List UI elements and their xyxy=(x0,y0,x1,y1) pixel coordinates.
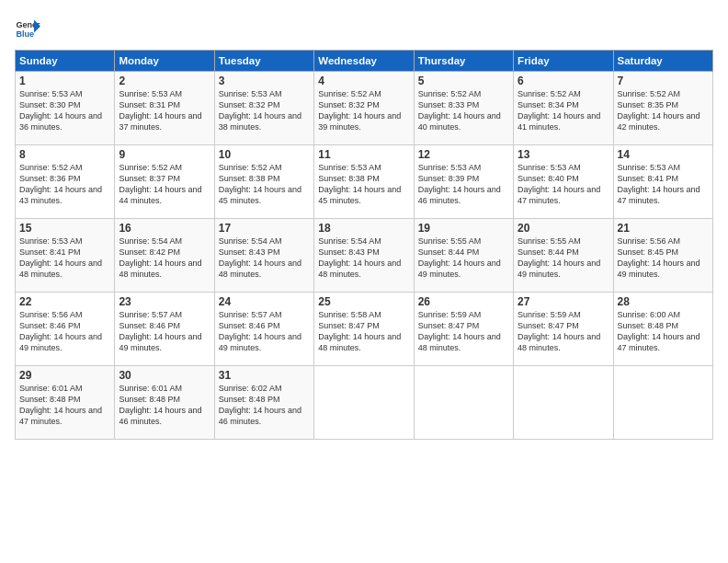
day-number: 23 xyxy=(119,295,210,308)
day-detail: Sunrise: 5:59 AMSunset: 8:47 PMDaylight:… xyxy=(418,309,509,354)
calendar-cell: 23 Sunrise: 5:57 AMSunset: 8:46 PMDaylig… xyxy=(115,293,214,366)
day-number: 6 xyxy=(518,75,609,87)
calendar-cell: 28 Sunrise: 6:00 AMSunset: 8:48 PMDaylig… xyxy=(613,293,712,366)
day-number: 25 xyxy=(318,295,409,308)
calendar-cell xyxy=(314,366,414,440)
weekday-header-wednesday: Wednesday xyxy=(314,51,414,72)
calendar-table: SundayMondayTuesdayWednesdayThursdayFrid… xyxy=(15,50,713,440)
calendar-cell: 18 Sunrise: 5:54 AMSunset: 8:43 PMDaylig… xyxy=(314,219,414,293)
day-detail: Sunrise: 5:53 AMSunset: 8:41 PMDaylight:… xyxy=(19,236,110,281)
day-number: 9 xyxy=(119,148,210,161)
calendar-cell: 9 Sunrise: 5:52 AMSunset: 8:37 PMDayligh… xyxy=(115,145,214,219)
day-number: 20 xyxy=(518,222,609,235)
day-number: 1 xyxy=(19,75,110,87)
day-number: 27 xyxy=(518,295,609,308)
calendar-cell: 17 Sunrise: 5:54 AMSunset: 8:43 PMDaylig… xyxy=(214,219,313,293)
weekday-header-friday: Friday xyxy=(514,51,613,72)
day-detail: Sunrise: 5:57 AMSunset: 8:46 PMDaylight:… xyxy=(119,309,210,354)
day-detail: Sunrise: 6:00 AMSunset: 8:48 PMDaylight:… xyxy=(618,309,709,354)
day-number: 12 xyxy=(418,148,509,161)
calendar-week-row: 29 Sunrise: 6:01 AMSunset: 8:48 PMDaylig… xyxy=(16,366,713,440)
day-detail: Sunrise: 5:52 AMSunset: 8:38 PMDaylight:… xyxy=(219,162,310,207)
day-number: 24 xyxy=(219,295,310,308)
day-number: 14 xyxy=(618,148,709,161)
day-number: 7 xyxy=(618,75,709,87)
day-detail: Sunrise: 6:01 AMSunset: 8:48 PMDaylight:… xyxy=(119,383,210,428)
day-detail: Sunrise: 5:52 AMSunset: 8:36 PMDaylight:… xyxy=(19,162,110,207)
day-number: 13 xyxy=(518,148,609,161)
day-detail: Sunrise: 5:53 AMSunset: 8:30 PMDaylight:… xyxy=(19,88,110,133)
calendar-cell: 3 Sunrise: 5:53 AMSunset: 8:32 PMDayligh… xyxy=(214,72,313,145)
day-number: 10 xyxy=(219,148,310,161)
day-number: 3 xyxy=(219,75,310,87)
calendar-cell: 22 Sunrise: 5:56 AMSunset: 8:46 PMDaylig… xyxy=(16,293,115,366)
day-detail: Sunrise: 5:52 AMSunset: 8:37 PMDaylight:… xyxy=(119,162,210,207)
day-detail: Sunrise: 5:52 AMSunset: 8:33 PMDaylight:… xyxy=(418,88,509,133)
day-detail: Sunrise: 5:56 AMSunset: 8:46 PMDaylight:… xyxy=(19,309,110,354)
weekday-header-monday: Monday xyxy=(115,51,214,72)
calendar-cell xyxy=(613,366,712,440)
calendar-cell: 13 Sunrise: 5:53 AMSunset: 8:40 PMDaylig… xyxy=(514,145,613,219)
day-number: 17 xyxy=(219,222,310,235)
calendar-cell: 8 Sunrise: 5:52 AMSunset: 8:36 PMDayligh… xyxy=(16,145,115,219)
day-detail: Sunrise: 5:57 AMSunset: 8:46 PMDaylight:… xyxy=(219,309,310,354)
day-detail: Sunrise: 5:54 AMSunset: 8:43 PMDaylight:… xyxy=(318,236,409,281)
weekday-header-tuesday: Tuesday xyxy=(214,51,313,72)
day-detail: Sunrise: 5:53 AMSunset: 8:32 PMDaylight:… xyxy=(219,88,310,133)
calendar-week-row: 22 Sunrise: 5:56 AMSunset: 8:46 PMDaylig… xyxy=(16,293,713,366)
calendar-cell: 14 Sunrise: 5:53 AMSunset: 8:41 PMDaylig… xyxy=(613,145,712,219)
day-detail: Sunrise: 5:53 AMSunset: 8:39 PMDaylight:… xyxy=(418,162,509,207)
svg-text:Blue: Blue xyxy=(16,29,34,39)
day-number: 15 xyxy=(19,222,110,235)
calendar-cell: 29 Sunrise: 6:01 AMSunset: 8:48 PMDaylig… xyxy=(16,366,115,440)
calendar-cell: 25 Sunrise: 5:58 AMSunset: 8:47 PMDaylig… xyxy=(314,293,414,366)
calendar-cell: 10 Sunrise: 5:52 AMSunset: 8:38 PMDaylig… xyxy=(214,145,313,219)
page-header: General Blue xyxy=(15,15,713,40)
calendar-week-row: 15 Sunrise: 5:53 AMSunset: 8:41 PMDaylig… xyxy=(16,219,713,293)
calendar-week-row: 1 Sunrise: 5:53 AMSunset: 8:30 PMDayligh… xyxy=(16,72,713,145)
calendar-cell: 26 Sunrise: 5:59 AMSunset: 8:47 PMDaylig… xyxy=(414,293,513,366)
day-detail: Sunrise: 6:01 AMSunset: 8:48 PMDaylight:… xyxy=(19,383,110,428)
calendar-cell: 5 Sunrise: 5:52 AMSunset: 8:33 PMDayligh… xyxy=(414,72,513,145)
calendar-cell xyxy=(514,366,613,440)
calendar-cell: 31 Sunrise: 6:02 AMSunset: 8:48 PMDaylig… xyxy=(214,366,313,440)
calendar-cell: 27 Sunrise: 5:59 AMSunset: 8:47 PMDaylig… xyxy=(514,293,613,366)
day-number: 22 xyxy=(19,295,110,308)
day-number: 31 xyxy=(219,369,310,382)
calendar-cell: 20 Sunrise: 5:55 AMSunset: 8:44 PMDaylig… xyxy=(514,219,613,293)
day-detail: Sunrise: 5:52 AMSunset: 8:34 PMDaylight:… xyxy=(518,88,609,133)
day-detail: Sunrise: 5:52 AMSunset: 8:35 PMDaylight:… xyxy=(618,88,709,133)
day-number: 26 xyxy=(418,295,509,308)
day-detail: Sunrise: 5:56 AMSunset: 8:45 PMDaylight:… xyxy=(618,236,709,281)
calendar-cell: 7 Sunrise: 5:52 AMSunset: 8:35 PMDayligh… xyxy=(613,72,712,145)
calendar-cell: 2 Sunrise: 5:53 AMSunset: 8:31 PMDayligh… xyxy=(115,72,214,145)
day-number: 11 xyxy=(318,148,409,161)
day-detail: Sunrise: 5:59 AMSunset: 8:47 PMDaylight:… xyxy=(518,309,609,354)
calendar-cell: 30 Sunrise: 6:01 AMSunset: 8:48 PMDaylig… xyxy=(115,366,214,440)
calendar-cell: 16 Sunrise: 5:54 AMSunset: 8:42 PMDaylig… xyxy=(115,219,214,293)
day-detail: Sunrise: 5:53 AMSunset: 8:31 PMDaylight:… xyxy=(119,88,210,133)
day-detail: Sunrise: 5:53 AMSunset: 8:38 PMDaylight:… xyxy=(318,162,409,207)
calendar-cell: 19 Sunrise: 5:55 AMSunset: 8:44 PMDaylig… xyxy=(414,219,513,293)
weekday-header-saturday: Saturday xyxy=(613,51,712,72)
day-detail: Sunrise: 5:54 AMSunset: 8:42 PMDaylight:… xyxy=(119,236,210,281)
day-detail: Sunrise: 5:58 AMSunset: 8:47 PMDaylight:… xyxy=(318,309,409,354)
calendar-cell: 12 Sunrise: 5:53 AMSunset: 8:39 PMDaylig… xyxy=(414,145,513,219)
day-number: 21 xyxy=(618,222,709,235)
day-detail: Sunrise: 5:55 AMSunset: 8:44 PMDaylight:… xyxy=(518,236,609,281)
calendar-cell: 21 Sunrise: 5:56 AMSunset: 8:45 PMDaylig… xyxy=(613,219,712,293)
day-detail: Sunrise: 5:53 AMSunset: 8:40 PMDaylight:… xyxy=(518,162,609,207)
day-number: 4 xyxy=(318,75,409,87)
day-detail: Sunrise: 5:53 AMSunset: 8:41 PMDaylight:… xyxy=(618,162,709,207)
weekday-header-sunday: Sunday xyxy=(16,51,115,72)
calendar-week-row: 8 Sunrise: 5:52 AMSunset: 8:36 PMDayligh… xyxy=(16,145,713,219)
day-detail: Sunrise: 5:54 AMSunset: 8:43 PMDaylight:… xyxy=(219,236,310,281)
day-number: 30 xyxy=(119,369,210,382)
day-number: 29 xyxy=(19,369,110,382)
day-detail: Sunrise: 5:55 AMSunset: 8:44 PMDaylight:… xyxy=(418,236,509,281)
calendar-cell: 1 Sunrise: 5:53 AMSunset: 8:30 PMDayligh… xyxy=(16,72,115,145)
logo-icon: General Blue xyxy=(15,15,40,40)
day-number: 28 xyxy=(618,295,709,308)
day-detail: Sunrise: 6:02 AMSunset: 8:48 PMDaylight:… xyxy=(219,383,310,428)
calendar-cell: 15 Sunrise: 5:53 AMSunset: 8:41 PMDaylig… xyxy=(16,219,115,293)
